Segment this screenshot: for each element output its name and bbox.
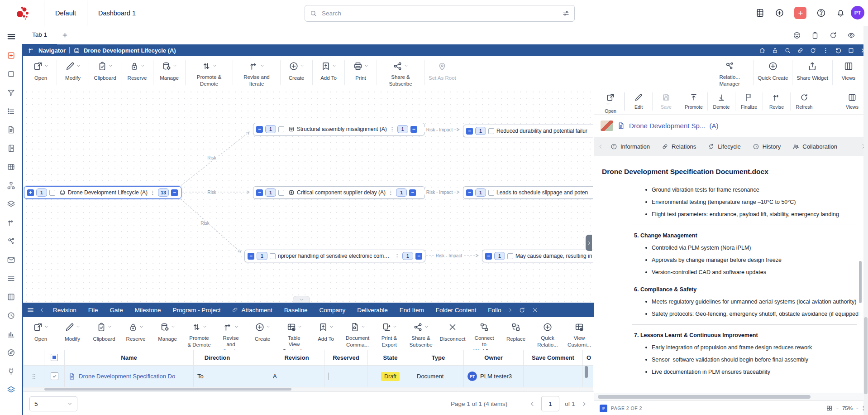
- detail-tab-relations[interactable]: Relations: [656, 143, 702, 150]
- chevdown-icon[interactable]: [299, 297, 304, 302]
- toolbar-button-relatio-manager[interactable]: Relatio... Manager: [706, 56, 753, 89]
- collapse-node-button[interactable]: −: [248, 253, 254, 260]
- collapse-node-button[interactable]: −: [485, 253, 492, 260]
- document-horizontal-scrollbar[interactable]: [594, 393, 863, 401]
- tab-deliverable[interactable]: Deliverable: [352, 303, 393, 317]
- rail-notebook-widget[interactable]: [5, 141, 18, 155]
- graph-node-impact3[interactable]: −1May cause damage, resulting in: [482, 250, 593, 262]
- node-menu-button[interactable]: [388, 190, 394, 196]
- search-icon[interactable]: [784, 47, 791, 54]
- collapse-node-button[interactable]: −: [256, 189, 263, 196]
- kebab-icon[interactable]: [150, 190, 156, 196]
- toolbar-button-refresh[interactable]: Refresh: [791, 89, 818, 114]
- toolbar-button-open[interactable]: Open: [597, 89, 624, 114]
- column-header-col0[interactable]: [24, 350, 44, 366]
- search-in-widget-button[interactable]: [784, 47, 791, 54]
- toolbar-button-quick-relatio[interactable]: Quick Relatio...: [532, 317, 563, 350]
- column-header-direction[interactable]: Direction: [194, 350, 241, 366]
- toolbar-button-replace[interactable]: Replace: [500, 317, 532, 350]
- kebab-icon[interactable]: [388, 190, 394, 196]
- refresh-widget-button[interactable]: [810, 47, 816, 54]
- tab-folder-content[interactable]: Folder Content: [430, 303, 482, 317]
- node-menu-button[interactable]: [394, 253, 400, 259]
- document-preview[interactable]: Drone Development Specification Document…: [594, 156, 863, 393]
- table-horizontal-scrollbar[interactable]: [23, 387, 593, 391]
- graph-node-root[interactable]: +1Drone Development Lifecycle (A)13−: [24, 186, 181, 199]
- toolbar-button-revise-and-iterate[interactable]: Revise and Iterate: [233, 56, 280, 89]
- layout-view-icon[interactable]: [826, 405, 833, 411]
- table-row[interactable]: Drone Development Specification DoToADra…: [24, 366, 593, 387]
- toolbar-button-modify[interactable]: Modify: [57, 56, 89, 89]
- toolbar-button-view-customi[interactable]: View Customi...: [563, 317, 595, 350]
- graph-canvas[interactable]: +1Drone Development Lifecycle (A)13−−1St…: [23, 89, 593, 303]
- detail-tab-collaboration[interactable]: Collaboration: [787, 143, 843, 150]
- lockopen-icon[interactable]: [772, 47, 778, 54]
- create-new-button[interactable]: [775, 8, 784, 18]
- toolbar-button-promote-demote[interactable]: Promote & Demote: [186, 56, 233, 89]
- column-header-o[interactable]: O: [583, 350, 593, 366]
- toolbar-button-clipboard[interactable]: Clipboard: [89, 56, 121, 89]
- column-header-reserved[interactable]: Reserved: [324, 350, 368, 366]
- tabs-scroll-left[interactable]: [39, 307, 45, 313]
- node-checkbox[interactable]: [278, 190, 284, 196]
- toolbar-button-edit[interactable]: Edit: [625, 89, 652, 114]
- detail-tab-lifecycle[interactable]: Lifecycle: [702, 143, 747, 150]
- rail-integrations-widget[interactable]: [5, 364, 18, 378]
- rail-chart-widget[interactable]: [5, 327, 18, 341]
- column-header-save-comment[interactable]: Save Comment: [524, 350, 583, 366]
- search-input[interactable]: [321, 10, 558, 17]
- collapse-node-button[interactable]: −: [409, 189, 416, 196]
- tab-revision[interactable]: Revision: [48, 303, 82, 317]
- toolbar-button-finalize[interactable]: Finalize: [735, 89, 763, 114]
- kebab-icon[interactable]: [394, 253, 400, 259]
- rail-history-widget[interactable]: [5, 309, 18, 322]
- undo-icon[interactable]: [835, 47, 842, 54]
- add-tab-button[interactable]: [62, 32, 68, 39]
- toolbar-button-share-widget[interactable]: Share Widget: [792, 56, 832, 89]
- item-title[interactable]: Drone Development Sp...: [629, 122, 705, 130]
- row-drag-handle[interactable]: [24, 366, 44, 387]
- home-button[interactable]: [759, 47, 766, 54]
- collapse-node-button[interactable]: −: [415, 253, 422, 260]
- rail-network-widget[interactable]: [5, 234, 18, 248]
- rail-panel-widget[interactable]: [5, 290, 18, 304]
- collapse-node-button[interactable]: −: [466, 189, 473, 196]
- search-filter-icon[interactable]: [562, 10, 570, 17]
- page-scrollbar[interactable]: [863, 26, 868, 415]
- select-all-checkbox[interactable]: [44, 350, 65, 366]
- square-icon[interactable]: [848, 47, 854, 54]
- rail-flows-widget[interactable]: [5, 271, 18, 285]
- refresh-icon[interactable]: [810, 47, 816, 54]
- close-panel-button[interactable]: [532, 307, 538, 313]
- tab-gate[interactable]: Gate: [105, 303, 129, 317]
- help-button[interactable]: [816, 8, 826, 18]
- rail-table-widget[interactable]: [5, 160, 18, 174]
- column-header-name[interactable]: Name: [65, 350, 194, 366]
- previous-page-button[interactable]: [529, 401, 536, 407]
- toolbar-button-revise[interactable]: Revise: [763, 89, 790, 114]
- node-menu-button[interactable]: [150, 190, 156, 196]
- toolbar-button-modify[interactable]: Modify: [57, 317, 88, 350]
- toolbar-button-open[interactable]: Open: [25, 56, 57, 89]
- detail-tabs-scroll-left[interactable]: [598, 144, 604, 150]
- tabs-scroll-right[interactable]: [507, 307, 513, 313]
- toolbar-button-demote[interactable]: Demote: [708, 89, 735, 114]
- tab-program-project[interactable]: Program - Project: [167, 303, 226, 317]
- tab-attachment[interactable]: Attachment: [227, 301, 277, 318]
- refresh-icon[interactable]: [519, 307, 525, 314]
- column-header-state[interactable]: State: [368, 350, 413, 366]
- rail-mail-widget[interactable]: [5, 253, 18, 266]
- column-header-type[interactable]: Type: [413, 350, 464, 366]
- copy-dashboard-button[interactable]: [811, 31, 819, 39]
- app-logo[interactable]: [0, 4, 44, 22]
- rail-structure-widget[interactable]: [5, 179, 18, 192]
- rail-document-widget[interactable]: [5, 123, 18, 136]
- help-icon[interactable]: [816, 8, 826, 18]
- toolbar-button-create[interactable]: Create: [247, 317, 278, 350]
- graph-node-risk3[interactable]: −1nproper handling of sensitive electron…: [244, 250, 425, 262]
- tab-end-item[interactable]: End Item: [394, 303, 429, 317]
- chevleft-icon[interactable]: [598, 144, 604, 150]
- toolbar-button-create[interactable]: Create: [281, 56, 312, 89]
- bottom-panel-collapse[interactable]: [293, 296, 310, 303]
- row-thumbnail[interactable]: [241, 366, 269, 387]
